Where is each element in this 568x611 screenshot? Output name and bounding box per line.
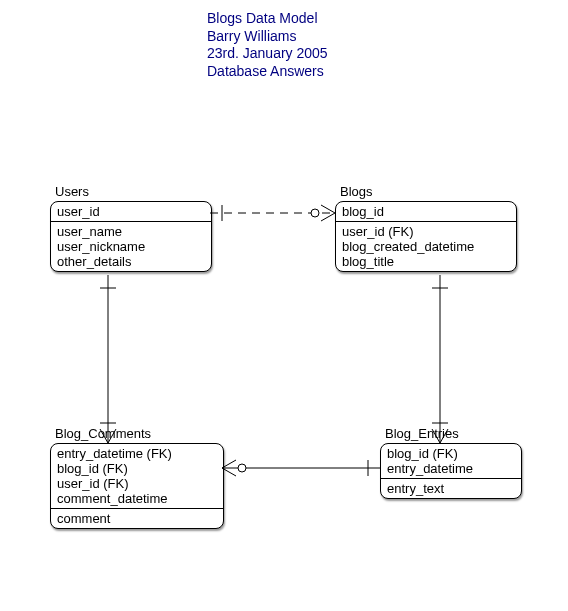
entity-blog-entries-title: Blog_Entries: [385, 426, 459, 441]
entity-blogs-attrs: user_id (FK) blog_created_datetime blog_…: [336, 221, 516, 271]
diagram-date: 23rd. January 2005: [207, 45, 328, 63]
attr-field: comment: [57, 511, 217, 526]
entity-blog-comments-title: Blog_Comments: [55, 426, 151, 441]
entity-blog-comments-pk: entry_datetime (FK) blog_id (FK) user_id…: [51, 444, 223, 508]
rel-users-blogcomments: [100, 275, 116, 443]
entity-users-attrs: user_name user_nickname other_details: [51, 221, 211, 271]
attr-field: other_details: [57, 254, 205, 269]
entity-users: Users user_id user_name user_nickname ot…: [50, 201, 212, 272]
diagram-org: Database Answers: [207, 63, 328, 81]
svg-line-3: [321, 213, 335, 221]
svg-point-19: [238, 464, 246, 472]
entity-blog-entries-attrs: entry_text: [381, 478, 521, 498]
pk-field: entry_datetime (FK): [57, 446, 217, 461]
entity-blog-comments-attrs: comment: [51, 508, 223, 528]
attr-field: user_name: [57, 224, 205, 239]
attr-field: user_id (FK): [342, 224, 510, 239]
entity-blog-entries-pk: blog_id (FK) entry_datetime: [381, 444, 521, 478]
entity-blog-entries: Blog_Entries blog_id (FK) entry_datetime…: [380, 443, 522, 499]
pk-field: blog_id (FK): [387, 446, 515, 461]
diagram-title: Blogs Data Model: [207, 10, 328, 28]
entity-blogs-pk: blog_id: [336, 202, 516, 221]
diagram-author: Barry Williams: [207, 28, 328, 46]
pk-field: comment_datetime: [57, 491, 217, 506]
attr-field: blog_title: [342, 254, 510, 269]
svg-line-2: [321, 205, 335, 213]
svg-line-18: [222, 468, 236, 476]
pk-field: entry_datetime: [387, 461, 515, 476]
svg-point-4: [311, 209, 319, 217]
erd-canvas: Blogs Data Model Barry Williams 23rd. Ja…: [0, 0, 568, 611]
pk-field: blog_id: [342, 204, 510, 219]
entity-users-title: Users: [55, 184, 89, 199]
entity-users-pk: user_id: [51, 202, 211, 221]
diagram-header: Blogs Data Model Barry Williams 23rd. Ja…: [207, 10, 328, 80]
rel-blogentries-blogcomments: [222, 460, 380, 476]
rel-users-blogs: [210, 205, 335, 221]
entity-blog-comments: Blog_Comments entry_datetime (FK) blog_i…: [50, 443, 224, 529]
rel-blogs-blogentries: [432, 275, 448, 443]
svg-line-17: [222, 460, 236, 468]
attr-field: user_nickname: [57, 239, 205, 254]
attr-field: entry_text: [387, 481, 515, 496]
entity-blogs-title: Blogs: [340, 184, 373, 199]
entity-blogs: Blogs blog_id user_id (FK) blog_created_…: [335, 201, 517, 272]
pk-field: user_id: [57, 204, 205, 219]
pk-field: blog_id (FK): [57, 461, 217, 476]
attr-field: blog_created_datetime: [342, 239, 510, 254]
pk-field: user_id (FK): [57, 476, 217, 491]
